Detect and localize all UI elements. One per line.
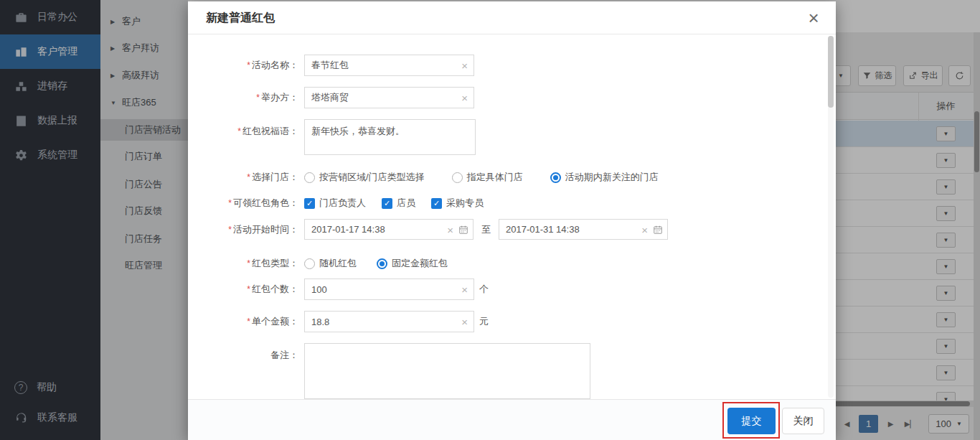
store-select-row: *选择门店： 按营销区域/门店类型选择 指定具体门店 活动期内新关注的门店 bbox=[188, 171, 659, 184]
roles-label: *可领红包角色： bbox=[188, 197, 304, 210]
dialog-footer: 提交 关闭 bbox=[188, 399, 836, 440]
start-time-inputbox: × bbox=[304, 219, 473, 240]
clear-icon[interactable]: × bbox=[461, 93, 468, 103]
remark-textarea[interactable] bbox=[304, 343, 590, 399]
radio-option-fixed-amount-packet[interactable]: 固定金额红包 bbox=[377, 257, 448, 270]
checkbox-checked-icon[interactable]: ✓ bbox=[304, 198, 315, 209]
activity-name-label: *活动名称： bbox=[188, 59, 304, 72]
single-amount-inputbox: × bbox=[304, 311, 474, 332]
blessing-row: *红包祝福语： 新年快乐，恭喜发财。 bbox=[188, 119, 476, 155]
checkbox-option-clerk[interactable]: ✓店员 bbox=[382, 197, 415, 210]
dialog-title: 新建普通红包 bbox=[206, 1, 275, 34]
packet-count-input[interactable] bbox=[304, 278, 474, 300]
organizer-row: *举办方： × bbox=[188, 87, 474, 108]
packet-type-options: 随机红包 固定金额红包 bbox=[304, 257, 448, 270]
close-icon[interactable]: × bbox=[803, 7, 824, 29]
remark-label: 备注： bbox=[188, 343, 304, 362]
packet-count-label: *红包个数： bbox=[188, 283, 304, 296]
required-star: * bbox=[228, 225, 232, 235]
checkbox-checked-icon[interactable]: ✓ bbox=[382, 198, 392, 209]
roles-options: ✓门店负责人 ✓店员 ✓采购专员 bbox=[304, 197, 484, 210]
single-amount-row: *单个金额： × 元 bbox=[188, 311, 489, 332]
clear-icon[interactable]: × bbox=[461, 284, 468, 295]
single-amount-input[interactable] bbox=[304, 311, 474, 332]
packet-type-row: *红包类型： 随机红包 固定金额红包 bbox=[188, 257, 448, 270]
to-label: 至 bbox=[481, 223, 491, 236]
new-red-packet-dialog: 新建普通红包 × *活动名称： × *举办方： × *红包祝福语： 新年快乐，恭… bbox=[188, 1, 836, 440]
clear-icon[interactable]: × bbox=[461, 317, 468, 327]
packet-count-inputbox: × bbox=[304, 278, 474, 300]
radio-option-random-packet[interactable]: 随机红包 bbox=[304, 257, 357, 270]
store-select-options: 按营销区域/门店类型选择 指定具体门店 活动期内新关注的门店 bbox=[304, 171, 659, 184]
required-star: * bbox=[228, 198, 232, 208]
required-star: * bbox=[247, 172, 250, 182]
remark-row: 备注： bbox=[188, 343, 590, 399]
organizer-label: *举办方： bbox=[188, 91, 304, 104]
activity-name-row: *活动名称： × bbox=[188, 55, 474, 76]
blessing-label: *红包祝福语： bbox=[188, 119, 304, 138]
required-star: * bbox=[247, 60, 250, 70]
calendar-icon[interactable] bbox=[458, 225, 468, 235]
time-range-row: *活动开始时间： × 至 × bbox=[188, 219, 668, 240]
clear-icon[interactable]: × bbox=[461, 60, 468, 71]
radio-option-specific-store[interactable]: 指定具体门店 bbox=[452, 171, 523, 184]
time-range-label: *活动开始时间： bbox=[188, 223, 304, 236]
radio-icon[interactable] bbox=[304, 172, 315, 183]
required-star: * bbox=[247, 284, 250, 294]
required-star: * bbox=[256, 93, 260, 103]
activity-name-input[interactable] bbox=[304, 55, 474, 76]
radio-checked-icon[interactable] bbox=[377, 258, 387, 269]
checkbox-checked-icon[interactable]: ✓ bbox=[431, 198, 442, 209]
roles-row: *可领红包角色： ✓门店负责人 ✓店员 ✓采购专员 bbox=[188, 197, 484, 210]
radio-checked-icon[interactable] bbox=[550, 172, 561, 183]
single-amount-label: *单个金额： bbox=[188, 315, 304, 328]
dialog-scrollbar-thumb[interactable] bbox=[828, 36, 834, 108]
clear-icon[interactable]: × bbox=[447, 224, 453, 235]
dialog-header: 新建普通红包 × bbox=[188, 1, 836, 34]
organizer-inputbox: × bbox=[304, 87, 474, 108]
dialog-scrollbar[interactable] bbox=[828, 36, 834, 398]
radio-option-new-followers[interactable]: 活动期内新关注的门店 bbox=[550, 171, 659, 184]
end-time-inputbox: × bbox=[499, 219, 668, 240]
packet-type-label: *红包类型： bbox=[188, 257, 304, 270]
submit-button[interactable]: 提交 bbox=[727, 408, 776, 434]
radio-icon[interactable] bbox=[304, 258, 315, 269]
count-unit-label: 个 bbox=[479, 283, 489, 296]
checkbox-option-store-manager[interactable]: ✓门店负责人 bbox=[304, 197, 366, 210]
store-select-label: *选择门店： bbox=[188, 171, 304, 184]
organizer-input[interactable] bbox=[304, 87, 474, 108]
calendar-icon[interactable] bbox=[653, 225, 663, 235]
clear-icon[interactable]: × bbox=[641, 224, 648, 235]
activity-name-inputbox: × bbox=[304, 55, 474, 76]
close-button[interactable]: 关闭 bbox=[782, 408, 824, 434]
required-star: * bbox=[247, 258, 250, 268]
checkbox-option-purchaser[interactable]: ✓采购专员 bbox=[431, 197, 484, 210]
dialog-body: *活动名称： × *举办方： × *红包祝福语： 新年快乐，恭喜发财。 *选择门… bbox=[188, 34, 836, 399]
radio-icon[interactable] bbox=[452, 172, 463, 183]
required-star: * bbox=[237, 126, 241, 136]
blessing-textarea[interactable]: 新年快乐，恭喜发财。 bbox=[304, 119, 476, 155]
packet-count-row: *红包个数： × 个 bbox=[188, 278, 489, 300]
amount-unit-label: 元 bbox=[479, 315, 489, 328]
radio-option-by-region[interactable]: 按营销区域/门店类型选择 bbox=[304, 171, 425, 184]
required-star: * bbox=[247, 317, 250, 327]
